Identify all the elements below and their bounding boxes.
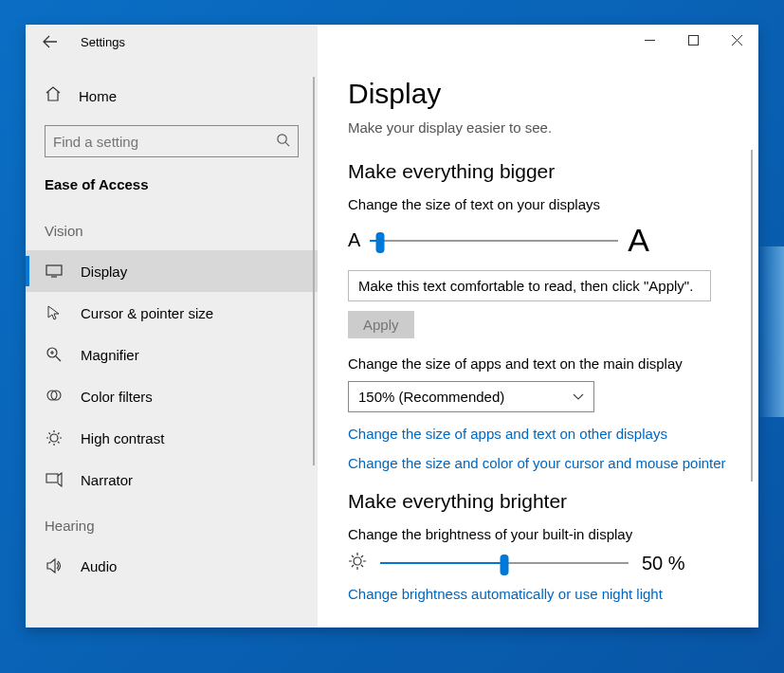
- link-cursor-color[interactable]: Change the size and color of your cursor…: [348, 455, 728, 471]
- slider-thumb[interactable]: [501, 555, 509, 575]
- sidebar-scrollbar[interactable]: [313, 77, 315, 465]
- category-title: Ease of Access: [26, 171, 318, 206]
- colorfilters-icon: [45, 388, 64, 405]
- cursor-icon: [45, 304, 64, 321]
- maximize-button[interactable]: [671, 25, 715, 55]
- home-icon: [45, 85, 62, 106]
- magnifier-icon: [45, 346, 64, 363]
- sidebar-item-label: Audio: [81, 558, 117, 574]
- sidebar-item-label: High contrast: [81, 430, 164, 446]
- content-area: Display Make your display easier to see.…: [318, 25, 758, 602]
- apply-button[interactable]: Apply: [348, 311, 414, 338]
- sidebar-item-magnifier[interactable]: Magnifier: [26, 334, 318, 375]
- highcontrast-icon: [45, 429, 64, 446]
- home-nav[interactable]: Home: [26, 78, 318, 114]
- search-input[interactable]: [53, 134, 276, 150]
- close-button[interactable]: [715, 25, 758, 55]
- apps-size-label: Change the size of apps and text on the …: [348, 355, 728, 372]
- text-size-label: Change the size of text on your displays: [348, 196, 728, 212]
- section-brighter-heading: Make everything brighter: [348, 490, 728, 513]
- section-bigger-heading: Make everything bigger: [348, 160, 728, 183]
- svg-rect-6: [46, 474, 58, 482]
- brightness-slider[interactable]: [380, 562, 629, 564]
- chevron-down-icon: [573, 391, 584, 403]
- brightness-icon: [348, 552, 367, 574]
- letter-a-small: A: [348, 229, 360, 251]
- sidebar: Settings Home Ease of Access Vision Disp…: [26, 25, 318, 628]
- sidebar-item-colorfilters[interactable]: Color filters: [26, 375, 318, 417]
- sidebar-item-audio[interactable]: Audio: [26, 545, 318, 587]
- sidebar-item-label: Display: [81, 264, 127, 280]
- sidebar-item-label: Color filters: [81, 389, 153, 405]
- svg-rect-1: [46, 265, 62, 275]
- sidebar-item-label: Cursor & pointer size: [81, 305, 213, 321]
- settings-window: Settings Home Ease of Access Vision Disp…: [26, 25, 758, 628]
- display-icon: [45, 264, 64, 278]
- sidebar-item-label: Narrator: [81, 472, 133, 488]
- sidebar-item-label: Magnifier: [81, 347, 139, 363]
- search-icon: [276, 133, 290, 151]
- text-size-slider[interactable]: [370, 240, 618, 242]
- brightness-value: 50 %: [642, 553, 685, 574]
- arrow-left-icon: [43, 34, 58, 49]
- main-scrollbar[interactable]: [751, 150, 753, 482]
- dropdown-value: 150% (Recommended): [358, 389, 504, 405]
- desktop-background-glow: [757, 246, 784, 417]
- titlebar-left: Settings: [26, 25, 318, 59]
- svg-point-0: [278, 134, 286, 142]
- sample-text-box: Make this text comfortable to read, then…: [348, 270, 711, 301]
- brightness-slider-row: 50 %: [348, 552, 728, 574]
- svg-rect-7: [688, 35, 698, 45]
- page-title: Display: [348, 78, 728, 110]
- minimize-icon: [645, 35, 655, 45]
- sidebar-item-cursor[interactable]: Cursor & pointer size: [26, 292, 318, 334]
- link-other-displays[interactable]: Change the size of apps and text on othe…: [348, 426, 728, 442]
- svg-point-5: [50, 434, 58, 442]
- page-subtitle: Make your display easier to see.: [348, 119, 728, 136]
- search-input-container[interactable]: [45, 125, 299, 157]
- sidebar-item-display[interactable]: Display: [26, 250, 318, 292]
- window-controls: [628, 25, 758, 55]
- app-title: Settings: [81, 35, 125, 49]
- main-content: Display Make your display easier to see.…: [318, 25, 758, 628]
- back-button[interactable]: [33, 25, 67, 59]
- group-label-hearing: Hearing: [26, 500, 318, 545]
- link-night-light[interactable]: Change brightness automatically or use n…: [348, 586, 728, 602]
- narrator-icon: [45, 472, 64, 487]
- slider-thumb[interactable]: [375, 232, 384, 253]
- svg-point-8: [354, 557, 361, 565]
- text-size-slider-row: A A: [348, 222, 728, 259]
- slider-fill: [380, 562, 504, 564]
- maximize-icon: [688, 35, 699, 45]
- minimize-button[interactable]: [628, 25, 671, 55]
- scale-dropdown[interactable]: 150% (Recommended): [348, 381, 594, 412]
- home-label: Home: [79, 88, 117, 104]
- audio-icon: [45, 557, 64, 574]
- sidebar-item-narrator[interactable]: Narrator: [26, 459, 318, 500]
- group-label-vision: Vision: [26, 206, 318, 250]
- sidebar-item-highcontrast[interactable]: High contrast: [26, 417, 318, 459]
- letter-a-big: A: [628, 222, 649, 259]
- close-icon: [732, 35, 742, 45]
- brightness-label: Change the brightness of your built-in d…: [348, 526, 728, 542]
